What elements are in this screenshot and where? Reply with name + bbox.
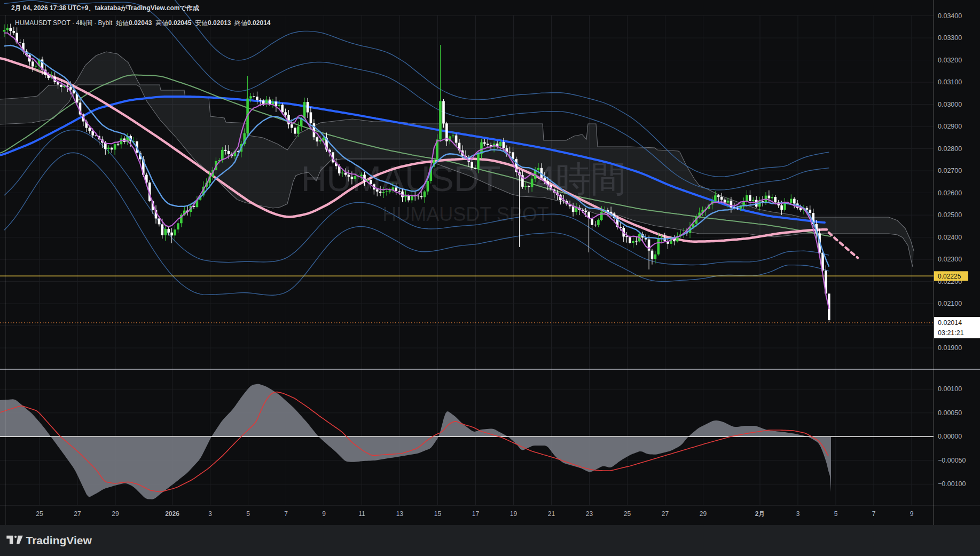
svg-text:0.03100: 0.03100 bbox=[938, 78, 962, 86]
svg-text:9: 9 bbox=[910, 510, 914, 518]
svg-text:27: 27 bbox=[74, 510, 81, 518]
svg-text:9: 9 bbox=[322, 510, 326, 518]
svg-text:13: 13 bbox=[396, 510, 404, 518]
svg-text:23: 23 bbox=[586, 510, 593, 518]
svg-text:0.00000: 0.00000 bbox=[938, 433, 962, 440]
svg-text:25: 25 bbox=[624, 510, 631, 518]
svg-text:0.01900: 0.01900 bbox=[938, 344, 962, 352]
svg-text:0.02014: 0.02014 bbox=[938, 319, 962, 327]
svg-text:0.03300: 0.03300 bbox=[938, 34, 962, 42]
svg-text:0.02225: 0.02225 bbox=[938, 273, 961, 280]
svg-text:TradingView: TradingView bbox=[26, 534, 92, 546]
svg-text:2月 04, 2026 17:38 UTC+9、takata: 2月 04, 2026 17:38 UTC+9、takatabaがTrading… bbox=[11, 4, 200, 12]
svg-text:19: 19 bbox=[510, 510, 518, 518]
svg-text:21: 21 bbox=[548, 510, 555, 518]
svg-text:0.02700: 0.02700 bbox=[938, 167, 962, 174]
svg-text:29: 29 bbox=[700, 510, 707, 518]
svg-text:03:21:21: 03:21:21 bbox=[938, 329, 964, 337]
svg-text:0.03000: 0.03000 bbox=[938, 101, 962, 108]
svg-text:0.02800: 0.02800 bbox=[938, 145, 962, 153]
svg-text:11: 11 bbox=[358, 510, 365, 518]
svg-text:3: 3 bbox=[796, 510, 800, 518]
svg-text:−0.00100: −0.00100 bbox=[938, 480, 966, 488]
svg-text:7: 7 bbox=[284, 510, 288, 518]
svg-text:0.02500: 0.02500 bbox=[938, 211, 962, 219]
svg-text:7: 7 bbox=[872, 510, 876, 518]
svg-text:15: 15 bbox=[434, 510, 442, 518]
svg-text:0.02400: 0.02400 bbox=[938, 234, 962, 241]
svg-text:5: 5 bbox=[834, 510, 838, 518]
svg-text:25: 25 bbox=[36, 510, 43, 518]
svg-text:0.00050: 0.00050 bbox=[938, 409, 962, 417]
svg-text:HUMAUSDT SPOT: HUMAUSDT SPOT bbox=[382, 203, 548, 225]
svg-text:0.02900: 0.02900 bbox=[938, 123, 962, 130]
svg-text:0.02300: 0.02300 bbox=[938, 256, 962, 263]
svg-text:2026: 2026 bbox=[165, 510, 179, 518]
svg-text:17: 17 bbox=[472, 510, 480, 518]
svg-text:27: 27 bbox=[662, 510, 669, 518]
svg-text:2月: 2月 bbox=[755, 510, 765, 518]
svg-text:0.02100: 0.02100 bbox=[938, 300, 962, 307]
svg-text:0.02600: 0.02600 bbox=[938, 189, 962, 197]
svg-text:29: 29 bbox=[112, 510, 119, 518]
svg-text:0.03400: 0.03400 bbox=[938, 12, 962, 20]
svg-text:HUMAUSDT SPOT · 4時間 · Bybit 始: HUMAUSDT SPOT · 4時間 · Bybit 始値0.02043 高値… bbox=[15, 19, 271, 27]
svg-text:0.03200: 0.03200 bbox=[938, 57, 962, 64]
svg-text:0.00100: 0.00100 bbox=[938, 385, 962, 393]
svg-text:5: 5 bbox=[246, 510, 250, 518]
svg-text:3: 3 bbox=[208, 510, 212, 518]
svg-text:−0.00050: −0.00050 bbox=[938, 457, 966, 464]
